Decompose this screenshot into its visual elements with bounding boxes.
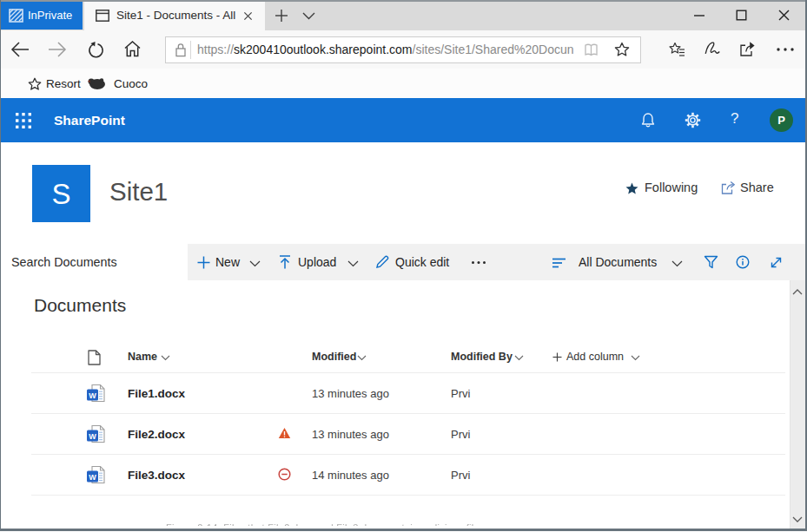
svg-text:W: W (89, 391, 96, 400)
svg-text:W: W (89, 432, 96, 441)
svg-text:W: W (89, 473, 96, 482)
